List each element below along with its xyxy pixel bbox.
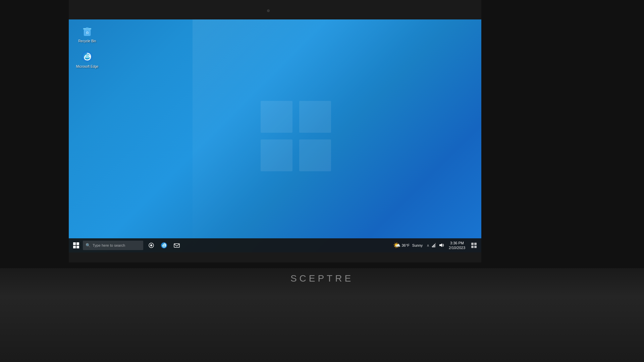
bottom-bezel bbox=[69, 252, 481, 262]
microsoft-edge-desktop-icon[interactable]: Microsoft Edge bbox=[75, 50, 99, 69]
svg-text:♻: ♻ bbox=[86, 31, 89, 35]
svg-rect-3 bbox=[299, 139, 331, 171]
svg-rect-6 bbox=[86, 27, 89, 28]
svg-line-9 bbox=[89, 31, 89, 35]
svg-rect-27 bbox=[471, 246, 474, 248]
svg-marker-24 bbox=[439, 243, 442, 247]
clock-time: 3:36 PM bbox=[450, 241, 464, 245]
svg-rect-26 bbox=[474, 243, 477, 245]
svg-rect-28 bbox=[474, 246, 477, 248]
clock-date: 2/10/2023 bbox=[449, 245, 465, 250]
notification-center-button[interactable] bbox=[468, 239, 480, 251]
task-view-button[interactable] bbox=[145, 239, 157, 251]
recycle-bin-icon[interactable]: ♻ Recycle Bin bbox=[75, 24, 99, 43]
svg-rect-14 bbox=[73, 246, 76, 248]
network-icon[interactable] bbox=[431, 242, 437, 249]
svg-rect-22 bbox=[434, 244, 435, 247]
system-clock[interactable]: 3:36 PM 2/10/2023 bbox=[446, 238, 468, 252]
taskbar-search[interactable]: 🔍 Type here to search bbox=[83, 241, 143, 250]
svg-rect-12 bbox=[73, 242, 76, 245]
tray-icons: ∧ bbox=[425, 242, 446, 249]
taskbar: 🔍 Type here to search bbox=[69, 238, 481, 252]
svg-rect-0 bbox=[261, 101, 292, 133]
tray-chevron-icon[interactable]: ∧ bbox=[426, 243, 430, 248]
svg-rect-23 bbox=[435, 243, 436, 247]
monitor: ♻ Recycle Bin bbox=[0, 0, 644, 362]
svg-point-17 bbox=[150, 244, 152, 246]
taskbar-mail-icon[interactable] bbox=[171, 239, 183, 251]
taskbar-pinned-icons bbox=[145, 239, 183, 251]
screen: ♻ Recycle Bin bbox=[69, 19, 481, 252]
weather-condition: Sunny bbox=[412, 243, 423, 247]
recycle-bin-label: Recycle Bin bbox=[78, 39, 96, 43]
search-placeholder: Type here to search bbox=[93, 243, 125, 247]
svg-rect-13 bbox=[76, 242, 79, 245]
weather-widget[interactable]: 🌤️ 36°F Sunny bbox=[391, 242, 425, 249]
desktop-icons: ♻ Recycle Bin bbox=[75, 24, 99, 69]
microsoft-edge-image bbox=[80, 50, 94, 63]
svg-rect-25 bbox=[471, 243, 474, 245]
microsoft-edge-label: Microsoft Edge bbox=[76, 65, 99, 69]
taskbar-edge-icon[interactable] bbox=[158, 239, 170, 251]
webcam-dot bbox=[267, 9, 270, 12]
search-icon: 🔍 bbox=[86, 243, 91, 248]
svg-rect-2 bbox=[261, 139, 292, 171]
webcam-area bbox=[69, 9, 468, 12]
recycle-bin-image: ♻ bbox=[80, 24, 94, 38]
svg-rect-19 bbox=[174, 244, 179, 247]
system-tray: 🌤️ 36°F Sunny ∧ bbox=[390, 238, 482, 252]
start-button[interactable] bbox=[70, 239, 82, 251]
windows-logo-watermark bbox=[259, 99, 333, 173]
volume-icon[interactable] bbox=[438, 242, 445, 249]
svg-rect-21 bbox=[433, 245, 434, 247]
svg-rect-1 bbox=[299, 101, 331, 133]
monitor-bottom: SCEPTRE bbox=[0, 268, 644, 362]
monitor-brand-label: SCEPTRE bbox=[290, 273, 354, 284]
weather-temperature: 36°F bbox=[402, 243, 410, 247]
weather-icon: 🌤️ bbox=[393, 242, 400, 249]
svg-rect-15 bbox=[76, 246, 79, 248]
svg-rect-20 bbox=[432, 246, 433, 247]
